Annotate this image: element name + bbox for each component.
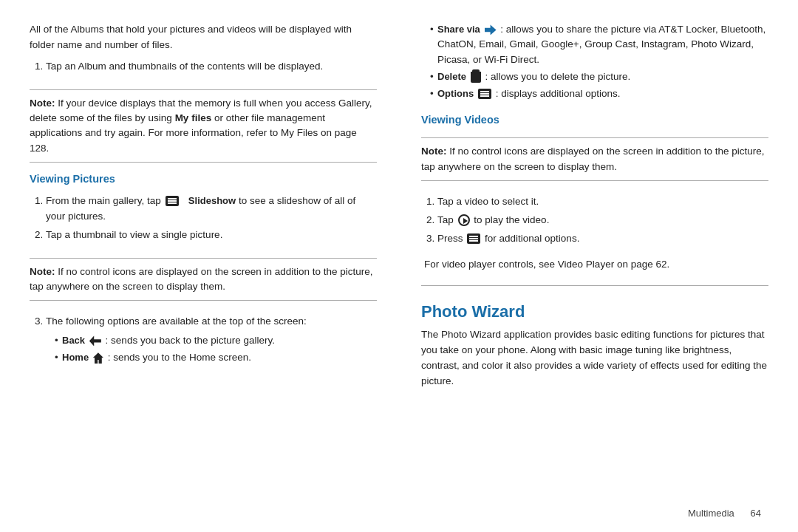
intro-p1: All of the Albums that hold your picture… — [30, 22, 377, 53]
options-option: Options : displays additional options. — [430, 86, 768, 101]
page-footer: Multimedia 64 — [688, 508, 761, 519]
back-icon — [89, 335, 101, 346]
trash-icon — [471, 72, 481, 83]
play-icon — [458, 214, 470, 226]
viewing-pictures-heading: Viewing Pictures — [30, 173, 377, 185]
footer-page: 64 — [751, 508, 761, 519]
share-icon — [485, 24, 497, 35]
intro-li1: Tap an Album and thumbnails of the conte… — [46, 59, 377, 75]
vp-step3: The following options are available at t… — [46, 314, 377, 365]
note3-label: Note: — [421, 146, 447, 157]
delete-option: Delete : allows you to delete the pictur… — [430, 69, 768, 84]
options-menu-icon-2 — [467, 233, 480, 244]
note1-label: Note: — [30, 98, 55, 109]
slideshow-label: Slideshow — [188, 195, 236, 206]
viewing-videos-heading: Viewing Videos — [421, 114, 768, 126]
share-option: Share via : allows you to share the pict… — [430, 22, 768, 67]
note-box-3: Note: If no control icons are displayed … — [421, 137, 768, 181]
menu-icon — [166, 196, 179, 206]
options-menu-icon — [478, 89, 491, 99]
photo-wizard-heading: Photo Wizard — [421, 302, 768, 321]
note1-myfiles: My files — [175, 112, 212, 123]
back-option: Back : sends you back to the picture gal… — [55, 333, 377, 348]
note-box-2: Note: If no control icons are displayed … — [30, 258, 377, 301]
divider-photo-wizard — [421, 285, 768, 286]
vv-step2: Tap to play the video. — [437, 213, 768, 228]
photo-wizard-text: The Photo Wizard application provides ba… — [421, 327, 768, 389]
home-icon — [93, 352, 103, 364]
vv-step1: Tap a video to select it. — [437, 194, 768, 210]
vv-step3: Press for additional options. — [437, 231, 768, 247]
note2-label: Note: — [30, 266, 55, 277]
footer-label: Multimedia — [688, 508, 734, 519]
vp-step2: Tap a thumbnail to view a single picture… — [46, 228, 377, 243]
vp-step1: From the main gallery, tap Slideshow to … — [46, 194, 377, 225]
vv-step4: For video player controls, see Video Pla… — [424, 257, 768, 273]
note-box-1: Note: If your device displays that the m… — [30, 89, 377, 163]
home-option: Home : sends you to the Home screen. — [55, 350, 377, 365]
